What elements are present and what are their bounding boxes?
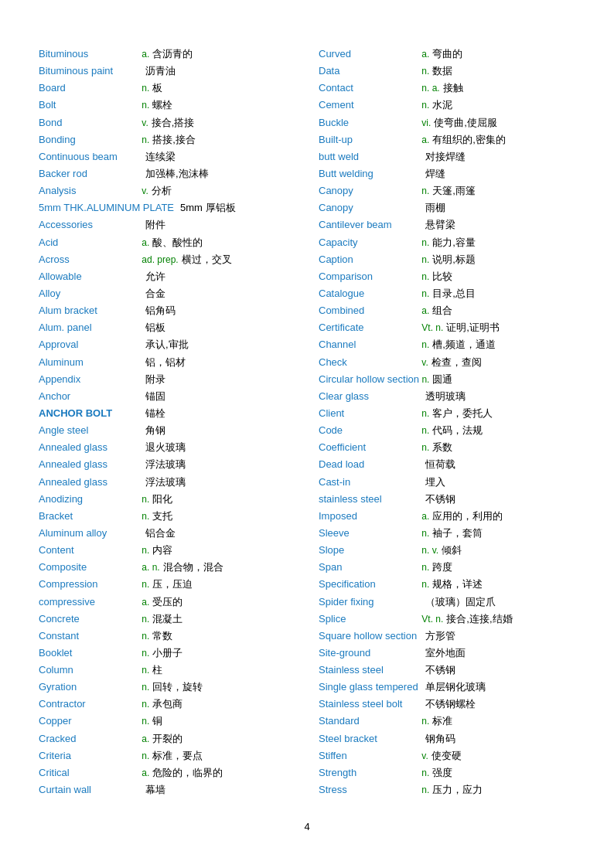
part-of-speech: n. <box>139 612 149 627</box>
term: Bolt <box>39 97 139 113</box>
term: Annealed glass <box>39 440 139 455</box>
term: Anchor <box>39 389 139 404</box>
part-of-speech: n. <box>419 98 429 113</box>
definition: 搭接,接合 <box>152 132 196 148</box>
term: Analysis <box>39 183 139 199</box>
part-of-speech: n. <box>139 646 149 661</box>
list-item: Annealed glass浮法玻璃 <box>39 475 295 490</box>
term: Alum bracket <box>39 303 139 318</box>
definition: 标准，要点 <box>152 748 203 764</box>
definition: 铜 <box>152 713 162 729</box>
definition: 不锈钢螺栓 <box>425 696 476 712</box>
part-of-speech: v. <box>419 356 428 370</box>
list-item: Aluminum alloy铝合金 <box>39 526 295 541</box>
definition: 埋入 <box>425 475 445 490</box>
definition: 使弯曲,使屈服 <box>434 115 497 131</box>
part-of-speech: a. <box>419 133 429 148</box>
term: Clear glass <box>319 389 419 404</box>
list-item: Anodizing n.阳化 <box>39 492 295 507</box>
definition: 悬臂梁 <box>425 217 455 233</box>
term: Critical <box>39 765 139 781</box>
term: Constant <box>39 628 139 644</box>
definition: 压，压迫 <box>152 577 193 592</box>
list-item: Curtain wall幕墙 <box>39 782 295 798</box>
list-item: Content n.内容 <box>39 543 295 558</box>
definition: 目录,总目 <box>432 286 476 301</box>
term: Bituminous <box>39 46 139 62</box>
list-item: Bituminous a.含沥青的 <box>39 46 295 62</box>
definition: 能力,容量 <box>432 235 476 250</box>
term: Cast-in <box>319 475 419 490</box>
definition: 含沥青的 <box>152 46 193 62</box>
part-of-speech: n. <box>139 680 149 695</box>
term: Specification <box>319 577 419 592</box>
term: Catalogue <box>319 286 419 301</box>
part-of-speech: a. n. <box>139 560 160 575</box>
list-item: Gyration n.回转，旋转 <box>39 679 295 695</box>
definition: 透明玻璃 <box>425 389 466 404</box>
part-of-speech: n. <box>139 543 149 558</box>
part-of-speech: vi. <box>419 116 431 131</box>
definition: 客户，委托人 <box>432 406 493 421</box>
list-item: Built-up a.有组织的,密集的 <box>319 132 575 148</box>
part-of-speech: n. <box>419 373 429 387</box>
list-item: Alloy合金 <box>39 286 295 301</box>
part-of-speech: n. <box>419 766 429 781</box>
list-item: Standard n.标准 <box>319 713 575 729</box>
definition: 焊缝 <box>425 166 445 182</box>
list-item: Continuous beam连续梁 <box>39 149 295 165</box>
list-item: Slope n. v.倾斜 <box>319 543 575 558</box>
term: Bracket <box>39 509 139 524</box>
term: Board <box>39 80 139 96</box>
term: Standard <box>319 713 419 729</box>
definition: 承包商 <box>152 696 182 712</box>
term: Accessories <box>39 217 139 233</box>
list-item: stainless steel不锈钢 <box>319 492 575 507</box>
part-of-speech: n. v. <box>419 543 438 558</box>
list-item: Contact n. a.接触 <box>319 80 575 96</box>
definition: 使变硬 <box>432 748 462 764</box>
part-of-speech: n. <box>419 270 429 284</box>
list-item: Bracket n.支托 <box>39 509 295 524</box>
list-item: Alum bracket铝角码 <box>39 303 295 318</box>
list-item: Stress n.压力，应力 <box>319 782 575 798</box>
part-of-speech: n. <box>419 783 429 798</box>
list-item: Catalogue n.目录,总目 <box>319 286 575 301</box>
list-item: Single glass tempered单层钢化玻璃 <box>319 679 575 695</box>
definition: 单层钢化玻璃 <box>425 679 486 695</box>
definition: 混凝土 <box>152 611 182 627</box>
list-item: Certificate Vt. n.证明,证明书 <box>319 320 575 335</box>
part-of-speech: n. <box>139 492 149 507</box>
part-of-speech: a. <box>419 509 429 524</box>
definition: 比较 <box>432 269 452 284</box>
term: Cement <box>319 97 419 113</box>
definition: 浮法玻璃 <box>145 457 186 472</box>
definition: 浮法玻璃 <box>145 475 186 490</box>
definition: 对接焊缝 <box>425 149 466 165</box>
term: Content <box>39 543 139 558</box>
list-item: Client n.客户，委托人 <box>319 406 575 421</box>
part-of-speech: a. <box>139 766 149 781</box>
definition: 接合,搭接 <box>152 115 195 131</box>
definition: 退火玻璃 <box>145 440 186 455</box>
list-item: Site-ground室外地面 <box>319 645 575 661</box>
definition: 检查，查阅 <box>432 355 482 370</box>
definition: 天篷,雨篷 <box>432 183 476 199</box>
definition: 代码，法规 <box>432 423 483 438</box>
definition: 小册子 <box>152 645 182 661</box>
list-item: Analysis v.分析 <box>39 183 295 199</box>
list-item: Critical a.危险的，临界的 <box>39 765 295 781</box>
list-item: Imposed a.应用的，利用的 <box>319 509 575 524</box>
term: Combined <box>319 303 419 318</box>
part-of-speech: n. <box>419 560 429 575</box>
part-of-speech: a. <box>139 47 149 62</box>
term: Certificate <box>319 320 419 335</box>
part-of-speech: n. <box>419 441 429 455</box>
term: Concrete <box>39 611 139 627</box>
definition: 袖子，套筒 <box>432 526 483 541</box>
list-item: Concrete n.混凝土 <box>39 611 295 627</box>
term: Across <box>39 252 139 267</box>
term: Spider fixing <box>319 594 419 610</box>
definition: 板 <box>152 80 162 96</box>
definition: 说明,标题 <box>432 252 476 267</box>
